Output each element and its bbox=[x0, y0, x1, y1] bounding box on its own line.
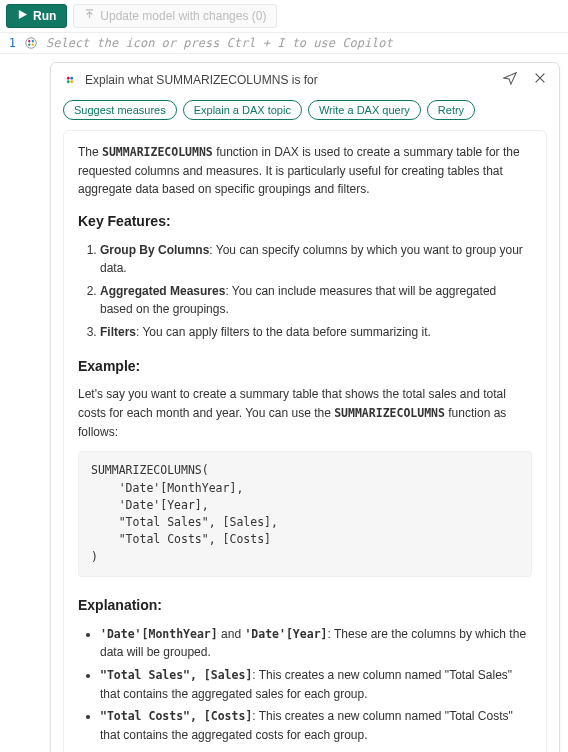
list-item: "Total Sales", [Sales]: This creates a n… bbox=[100, 666, 532, 703]
run-label: Run bbox=[33, 9, 56, 23]
features-heading: Key Features: bbox=[78, 211, 532, 233]
example-paragraph: Let's say you want to create a summary t… bbox=[78, 385, 532, 441]
svg-point-0 bbox=[26, 38, 37, 49]
editor-line[interactable]: 1 Select the icon or press Ctrl + I to u… bbox=[0, 32, 568, 54]
line-number: 1 bbox=[8, 36, 16, 50]
svg-point-5 bbox=[67, 76, 70, 79]
send-icon[interactable] bbox=[503, 71, 517, 88]
list-item: 'Date'[MonthYear] and 'Date'[Year]: Thes… bbox=[100, 625, 532, 662]
run-button[interactable]: Run bbox=[6, 4, 67, 28]
update-label: Update model with changes (0) bbox=[100, 9, 266, 23]
chip-suggest-measures[interactable]: Suggest measures bbox=[63, 100, 177, 120]
copilot-icon bbox=[63, 73, 77, 87]
panel-title: Explain what SUMMARIZECOLUMNS is for bbox=[85, 73, 495, 87]
features-list: Group By Columns: You can specify column… bbox=[78, 241, 532, 342]
chip-write-dax[interactable]: Write a DAX query bbox=[308, 100, 421, 120]
svg-point-2 bbox=[32, 40, 34, 42]
code-block: SUMMARIZECOLUMNS( 'Date'[MonthYear], 'Da… bbox=[78, 451, 532, 577]
play-icon bbox=[17, 9, 28, 23]
copilot-icon[interactable] bbox=[24, 36, 38, 50]
svg-point-7 bbox=[67, 80, 70, 83]
explanation-heading: Explanation: bbox=[78, 595, 532, 617]
svg-point-3 bbox=[28, 44, 30, 46]
list-item: Filters: You can apply filters to the da… bbox=[100, 323, 532, 342]
intro-paragraph: The SUMMARIZECOLUMNS function in DAX is … bbox=[78, 143, 532, 199]
chip-retry[interactable]: Retry bbox=[427, 100, 475, 120]
upload-icon bbox=[84, 9, 95, 23]
close-icon[interactable] bbox=[533, 71, 547, 88]
response-content: The SUMMARIZECOLUMNS function in DAX is … bbox=[63, 130, 547, 752]
update-model-button: Update model with changes (0) bbox=[73, 4, 277, 28]
editor-placeholder: Select the icon or press Ctrl + I to use… bbox=[46, 36, 393, 50]
example-heading: Example: bbox=[78, 356, 532, 378]
list-item: Aggregated Measures: You can include mea… bbox=[100, 282, 532, 319]
copilot-panel: Explain what SUMMARIZECOLUMNS is for Sug… bbox=[50, 62, 560, 752]
svg-point-1 bbox=[28, 40, 30, 42]
panel-header: Explain what SUMMARIZECOLUMNS is for bbox=[51, 63, 559, 96]
chip-explain-dax[interactable]: Explain a DAX topic bbox=[183, 100, 302, 120]
list-item: "Total Costs", [Costs]: This creates a n… bbox=[100, 707, 532, 744]
list-item: Group By Columns: You can specify column… bbox=[100, 241, 532, 278]
svg-point-4 bbox=[32, 44, 34, 46]
suggestion-chips: Suggest measures Explain a DAX topic Wri… bbox=[51, 96, 559, 130]
svg-point-8 bbox=[70, 80, 73, 83]
svg-point-6 bbox=[70, 76, 73, 79]
top-toolbar: Run Update model with changes (0) bbox=[0, 0, 568, 32]
explanation-list: 'Date'[MonthYear] and 'Date'[Year]: Thes… bbox=[78, 625, 532, 745]
